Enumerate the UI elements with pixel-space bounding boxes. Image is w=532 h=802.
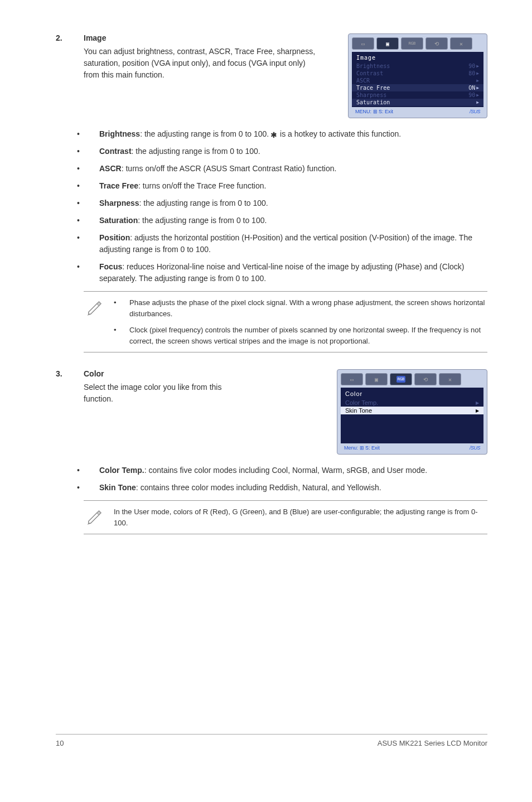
chevron-right-icon: ▶ (476, 400, 479, 405)
page-footer: 10 ASUS MK221 Series LCD Monitor (56, 734, 487, 747)
osd-image-panel: ▭ ▣ RGB ⟲ ✕ Image Brightness90▶ Contrast… (348, 33, 487, 118)
feature-list: • Brightness: the adjusting range is fro… (72, 128, 487, 284)
osd-tab-input-icon: ⟲ (414, 373, 437, 385)
section-title: Image (84, 33, 106, 42)
osd-tab-color-icon: RGB (390, 373, 412, 385)
osd-tab-image-icon: ▣ (365, 373, 388, 385)
osd-row: Color Temp.▶ (341, 399, 483, 407)
osd-color-panel: ▭ ▣ RGB ⟲ ✕ Color Color Temp.▶ Skin Tone… (337, 369, 487, 455)
note-block: •Phase adjusts the phase of the pixel cl… (84, 291, 487, 352)
osd-title: Color (341, 389, 483, 399)
note-item: •Phase adjusts the phase of the pixel cl… (114, 297, 487, 319)
osd-tab-splendid-icon: ▭ (341, 373, 363, 385)
section-number: 2. (56, 33, 84, 42)
osd-tab-splendid-icon: ▭ (352, 37, 374, 50)
chevron-right-icon: ▶ (476, 100, 479, 105)
chevron-right-icon: ▶ (476, 85, 479, 90)
osd-brand-logo: /SUS (470, 109, 480, 114)
osd-footer-hint: MENU: ⊞ S: Exit (355, 109, 393, 114)
list-item: •Trace Free: turns on/off the Trace Free… (72, 180, 487, 192)
section-intro: You can adjust brightness, contrast, ASC… (84, 46, 318, 81)
osd-tab-system-icon: ✕ (450, 37, 472, 50)
osd-title: Image (352, 53, 483, 62)
osd-brand-logo: /SUS (470, 445, 480, 451)
list-item: •Position: adjusts the horizontal postit… (72, 232, 487, 255)
list-item: •Skin Tone: contains three color modes i… (72, 482, 487, 494)
osd-tab-image-icon: ▣ (376, 37, 399, 50)
osd-tab-system-icon: ✕ (439, 373, 461, 385)
osd-row: Sharpness90▶ (352, 91, 483, 99)
section-title: Color (84, 369, 104, 378)
note-item: •Clock (pixel frequency) controls the nu… (114, 325, 487, 346)
page-number: 10 (56, 739, 64, 747)
list-item: •Saturation: the adjusting range is from… (72, 215, 487, 226)
pencil-icon (84, 506, 106, 528)
section-intro: Select the image color you like from thi… (84, 381, 251, 405)
chevron-right-icon: ▶ (476, 64, 479, 69)
osd-footer-hint: Menu: ⊞ S: Exit (344, 445, 380, 451)
chevron-right-icon: ▶ (476, 78, 479, 83)
osd-row: Brightness90▶ (352, 62, 483, 70)
list-item: •Contrast: the adjusting range is from 0… (72, 146, 487, 157)
osd-row: ASCR▶ (352, 77, 483, 84)
note-text: In the User mode, colors of R (Red), G (… (114, 506, 487, 528)
list-item: • Brightness: the adjusting range is fro… (72, 128, 487, 140)
list-item: •Color Temp.: contains five color modes … (72, 465, 487, 476)
list-item: •Focus: reduces Horizonal-line noise and… (72, 261, 487, 284)
osd-tab-input-icon: ⟲ (425, 37, 448, 50)
feature-list: •Color Temp.: contains five color modes … (72, 465, 487, 494)
osd-row: Saturation▶ (352, 99, 483, 106)
product-name: ASUS MK221 Series LCD Monitor (378, 739, 487, 747)
osd-row: Contrast80▶ (352, 70, 483, 77)
chevron-right-icon: ▶ (476, 71, 479, 76)
list-item: •Sharpness: the adjusting range is from … (72, 197, 487, 209)
osd-row: Trace FreeON▶ (352, 84, 483, 91)
chevron-right-icon: ▶ (476, 408, 479, 413)
osd-tab-color-icon: RGB (401, 37, 423, 50)
section-number: 3. (56, 369, 84, 378)
brightness-icon (271, 131, 278, 138)
chevron-right-icon: ▶ (476, 93, 479, 98)
pencil-icon (84, 297, 106, 346)
osd-row: Skin Tone▶ (341, 407, 483, 414)
note-block: In the User mode, colors of R (Red), G (… (84, 500, 487, 534)
list-item: •ASCR: turns on/off the ASCR (ASUS Smart… (72, 163, 487, 175)
